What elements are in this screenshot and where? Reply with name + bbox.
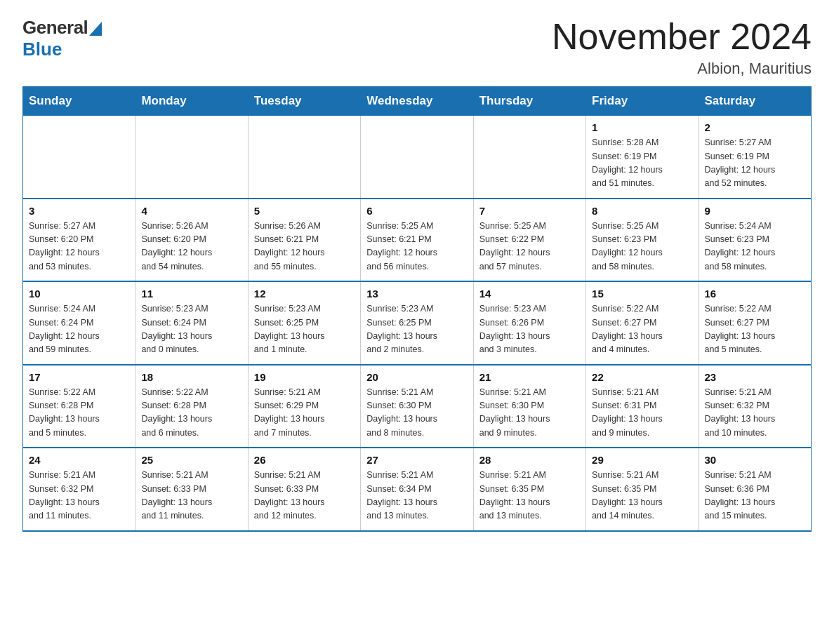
calendar-cell: 6Sunrise: 5:25 AM Sunset: 6:21 PM Daylig… — [361, 199, 473, 282]
calendar-cell: 24Sunrise: 5:21 AM Sunset: 6:32 PM Dayli… — [23, 448, 135, 531]
week-row-4: 17Sunrise: 5:22 AM Sunset: 6:28 PM Dayli… — [23, 365, 812, 448]
day-info: Sunrise: 5:21 AM Sunset: 6:33 PM Dayligh… — [254, 469, 355, 523]
day-info: Sunrise: 5:26 AM Sunset: 6:20 PM Dayligh… — [141, 220, 241, 274]
calendar-cell: 10Sunrise: 5:24 AM Sunset: 6:24 PM Dayli… — [23, 281, 135, 365]
calendar-cell: 27Sunrise: 5:21 AM Sunset: 6:34 PM Dayli… — [361, 448, 473, 531]
day-number: 15 — [592, 288, 692, 300]
day-number: 10 — [29, 288, 129, 300]
day-number: 2 — [705, 121, 805, 133]
day-number: 20 — [366, 371, 467, 383]
weekday-header-saturday: Saturday — [699, 87, 811, 116]
calendar-cell: 23Sunrise: 5:21 AM Sunset: 6:32 PM Dayli… — [699, 365, 811, 448]
day-info: Sunrise: 5:23 AM Sunset: 6:24 PM Dayligh… — [141, 302, 241, 357]
day-info: Sunrise: 5:23 AM Sunset: 6:25 PM Dayligh… — [254, 302, 355, 357]
day-number: 16 — [705, 288, 805, 300]
day-info: Sunrise: 5:21 AM Sunset: 6:36 PM Dayligh… — [705, 469, 805, 523]
day-number: 28 — [479, 454, 580, 466]
weekday-header-wednesday: Wednesday — [361, 87, 473, 116]
weekday-header-tuesday: Tuesday — [248, 87, 360, 116]
calendar-title: November 2024 — [552, 17, 812, 57]
day-number: 9 — [705, 205, 805, 217]
calendar-cell: 16Sunrise: 5:22 AM Sunset: 6:27 PM Dayli… — [699, 281, 811, 365]
day-number: 1 — [592, 121, 692, 133]
day-info: Sunrise: 5:21 AM Sunset: 6:33 PM Dayligh… — [141, 469, 241, 523]
calendar-cell — [473, 116, 585, 199]
week-row-2: 3Sunrise: 5:27 AM Sunset: 6:20 PM Daylig… — [23, 199, 812, 282]
calendar-cell — [248, 116, 360, 199]
day-info: Sunrise: 5:25 AM Sunset: 6:21 PM Dayligh… — [366, 220, 467, 274]
week-row-3: 10Sunrise: 5:24 AM Sunset: 6:24 PM Dayli… — [23, 281, 812, 365]
calendar-cell: 25Sunrise: 5:21 AM Sunset: 6:33 PM Dayli… — [135, 448, 248, 531]
day-info: Sunrise: 5:28 AM Sunset: 6:19 PM Dayligh… — [592, 136, 692, 191]
svg-marker-0 — [89, 22, 102, 36]
calendar-cell: 3Sunrise: 5:27 AM Sunset: 6:20 PM Daylig… — [23, 199, 135, 282]
day-number: 13 — [366, 288, 467, 300]
day-number: 26 — [254, 454, 355, 466]
calendar-cell — [135, 116, 248, 199]
day-number: 18 — [141, 371, 241, 383]
day-number: 24 — [29, 454, 129, 466]
day-info: Sunrise: 5:22 AM Sunset: 6:28 PM Dayligh… — [141, 386, 241, 441]
calendar-cell — [361, 116, 473, 199]
calendar-cell: 21Sunrise: 5:21 AM Sunset: 6:30 PM Dayli… — [473, 365, 585, 448]
day-number: 6 — [366, 205, 467, 217]
day-info: Sunrise: 5:23 AM Sunset: 6:26 PM Dayligh… — [479, 302, 580, 357]
day-info: Sunrise: 5:21 AM Sunset: 6:31 PM Dayligh… — [592, 386, 692, 441]
day-info: Sunrise: 5:22 AM Sunset: 6:28 PM Dayligh… — [29, 386, 129, 441]
calendar-cell: 18Sunrise: 5:22 AM Sunset: 6:28 PM Dayli… — [135, 365, 248, 448]
calendar-table: SundayMondayTuesdayWednesdayThursdayFrid… — [22, 86, 812, 532]
day-number: 11 — [141, 288, 241, 300]
day-number: 21 — [479, 371, 580, 383]
calendar-cell: 30Sunrise: 5:21 AM Sunset: 6:36 PM Dayli… — [699, 448, 811, 531]
day-number: 12 — [254, 288, 355, 300]
page-header: General Blue November 2024 Albion, Mauri… — [22, 17, 812, 78]
weekday-header-friday: Friday — [586, 87, 699, 116]
calendar-cell: 4Sunrise: 5:26 AM Sunset: 6:20 PM Daylig… — [135, 199, 248, 282]
day-info: Sunrise: 5:26 AM Sunset: 6:21 PM Dayligh… — [254, 220, 355, 274]
day-number: 30 — [705, 454, 805, 466]
weekday-header-sunday: Sunday — [23, 87, 135, 116]
day-number: 14 — [479, 288, 580, 300]
calendar-cell: 14Sunrise: 5:23 AM Sunset: 6:26 PM Dayli… — [473, 281, 585, 365]
day-info: Sunrise: 5:21 AM Sunset: 6:32 PM Dayligh… — [705, 386, 805, 441]
calendar-cell: 20Sunrise: 5:21 AM Sunset: 6:30 PM Dayli… — [361, 365, 473, 448]
day-info: Sunrise: 5:24 AM Sunset: 6:24 PM Dayligh… — [29, 302, 129, 357]
week-row-1: 1Sunrise: 5:28 AM Sunset: 6:19 PM Daylig… — [23, 116, 812, 199]
logo: General Blue — [22, 17, 102, 60]
day-number: 23 — [705, 371, 805, 383]
day-number: 29 — [592, 454, 692, 466]
calendar-cell: 22Sunrise: 5:21 AM Sunset: 6:31 PM Dayli… — [586, 365, 699, 448]
day-number: 7 — [479, 205, 580, 217]
day-number: 3 — [29, 205, 129, 217]
day-number: 19 — [254, 371, 355, 383]
day-number: 22 — [592, 371, 692, 383]
day-info: Sunrise: 5:21 AM Sunset: 6:34 PM Dayligh… — [366, 469, 467, 523]
calendar-cell: 19Sunrise: 5:21 AM Sunset: 6:29 PM Dayli… — [248, 365, 360, 448]
calendar-cell: 2Sunrise: 5:27 AM Sunset: 6:19 PM Daylig… — [699, 116, 811, 199]
day-info: Sunrise: 5:21 AM Sunset: 6:35 PM Dayligh… — [479, 469, 580, 523]
day-number: 17 — [29, 371, 129, 383]
calendar-cell — [23, 116, 135, 199]
day-info: Sunrise: 5:24 AM Sunset: 6:23 PM Dayligh… — [705, 220, 805, 274]
day-info: Sunrise: 5:21 AM Sunset: 6:30 PM Dayligh… — [366, 386, 467, 441]
logo-blue-text: Blue — [22, 39, 62, 60]
day-info: Sunrise: 5:25 AM Sunset: 6:22 PM Dayligh… — [479, 220, 580, 274]
calendar-cell: 7Sunrise: 5:25 AM Sunset: 6:22 PM Daylig… — [473, 199, 585, 282]
calendar-cell: 13Sunrise: 5:23 AM Sunset: 6:25 PM Dayli… — [361, 281, 473, 365]
day-number: 8 — [592, 205, 692, 217]
day-info: Sunrise: 5:21 AM Sunset: 6:30 PM Dayligh… — [479, 386, 580, 441]
calendar-cell: 29Sunrise: 5:21 AM Sunset: 6:35 PM Dayli… — [586, 448, 699, 531]
day-info: Sunrise: 5:27 AM Sunset: 6:20 PM Dayligh… — [29, 220, 129, 274]
day-info: Sunrise: 5:21 AM Sunset: 6:35 PM Dayligh… — [592, 469, 692, 523]
calendar-cell: 9Sunrise: 5:24 AM Sunset: 6:23 PM Daylig… — [699, 199, 811, 282]
day-info: Sunrise: 5:25 AM Sunset: 6:23 PM Dayligh… — [592, 220, 692, 274]
weekday-header-row: SundayMondayTuesdayWednesdayThursdayFrid… — [23, 87, 812, 116]
weekday-header-monday: Monday — [135, 87, 248, 116]
day-number: 27 — [366, 454, 467, 466]
logo-general-text: General — [22, 17, 88, 39]
calendar-cell: 8Sunrise: 5:25 AM Sunset: 6:23 PM Daylig… — [586, 199, 699, 282]
day-info: Sunrise: 5:21 AM Sunset: 6:32 PM Dayligh… — [29, 469, 129, 523]
day-number: 5 — [254, 205, 355, 217]
day-info: Sunrise: 5:22 AM Sunset: 6:27 PM Dayligh… — [592, 302, 692, 357]
calendar-cell: 15Sunrise: 5:22 AM Sunset: 6:27 PM Dayli… — [586, 281, 699, 365]
